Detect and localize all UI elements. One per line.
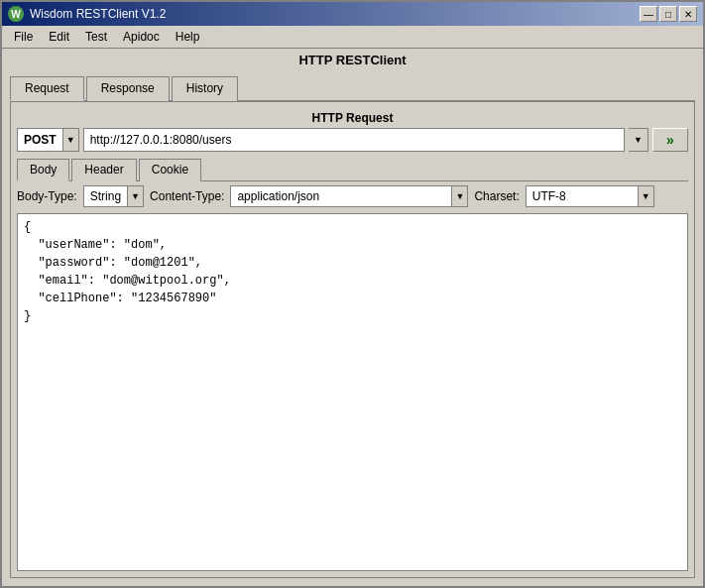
content-type-dropdown-arrow[interactable]: ▼ [451,186,467,206]
main-window: W Wisdom RESTClient V1.2 — □ ✕ File Edit… [0,0,705,588]
menubar: File Edit Test Apidoc Help [2,26,703,49]
inner-tab-body[interactable]: Body [17,159,69,181]
inner-tab-bar: Body Header Cookie [17,158,688,181]
app-icon: W [8,6,24,22]
titlebar-controls: — □ ✕ [640,6,697,22]
content-type-value: application/json [231,188,451,204]
maximize-button[interactable]: □ [659,6,677,22]
menu-apidoc[interactable]: Apidoc [115,28,168,46]
body-options-row: Body-Type: String ▼ Content-Type: applic… [17,185,688,207]
charset-value: UTF-8 [527,188,638,204]
body-type-dropdown-arrow[interactable]: ▼ [127,186,143,206]
tab-response[interactable]: Response [86,76,170,101]
content-type-label: Content-Type: [150,189,224,203]
body-type-value: String [84,188,127,204]
request-row: POST ▼ ▼ » [17,128,688,152]
request-panel: HTTP Request POST ▼ ▼ » Body Header Cook… [10,102,695,578]
titlebar-left: W Wisdom RESTClient V1.2 [8,6,166,22]
outer-tab-bar: Request Response History [10,75,695,102]
body-textarea[interactable] [17,213,688,571]
window-title: Wisdom RESTClient V1.2 [30,7,166,21]
main-content: Request Response History HTTP Request PO… [2,71,703,586]
menu-file[interactable]: File [6,28,41,46]
content-type-select[interactable]: application/json ▼ [230,185,468,207]
body-type-select[interactable]: String ▼ [83,185,144,207]
inner-tab-cookie[interactable]: Cookie [139,159,201,181]
tab-history[interactable]: History [172,76,238,101]
tab-request[interactable]: Request [10,76,84,101]
url-dropdown-arrow[interactable]: ▼ [629,128,648,152]
close-button[interactable]: ✕ [679,6,697,22]
minimize-button[interactable]: — [640,6,657,22]
charset-dropdown-arrow[interactable]: ▼ [638,186,653,206]
menu-edit[interactable]: Edit [41,28,77,46]
app-center-title: HTTP RESTClient [2,49,703,71]
method-dropdown-arrow[interactable]: ▼ [62,129,78,151]
method-label: POST [18,131,62,149]
charset-select[interactable]: UTF-8 ▼ [526,185,654,207]
menu-test[interactable]: Test [77,28,115,46]
titlebar: W Wisdom RESTClient V1.2 — □ ✕ [2,2,703,26]
menu-help[interactable]: Help [168,28,208,46]
send-button[interactable]: » [652,128,688,152]
body-type-label: Body-Type: [17,189,77,203]
section-title: HTTP Request [17,108,688,128]
method-select[interactable]: POST ▼ [17,128,79,152]
url-input[interactable] [83,128,625,152]
charset-label: Charset: [474,189,519,203]
inner-tab-header[interactable]: Header [71,159,136,181]
